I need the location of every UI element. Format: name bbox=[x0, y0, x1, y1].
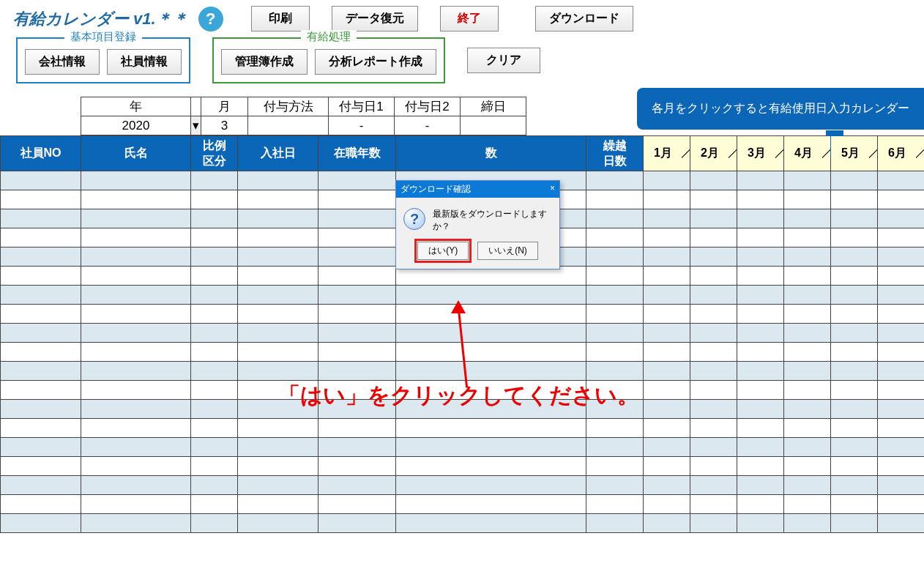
cell[interactable] bbox=[878, 209, 925, 228]
cell[interactable] bbox=[831, 381, 878, 400]
cell[interactable] bbox=[81, 343, 191, 362]
cell[interactable] bbox=[191, 209, 238, 228]
cell[interactable] bbox=[238, 305, 318, 324]
cell[interactable] bbox=[1, 343, 81, 362]
close-icon[interactable]: × bbox=[550, 183, 555, 196]
cell[interactable] bbox=[690, 457, 737, 476]
cell[interactable] bbox=[831, 419, 878, 438]
cell[interactable] bbox=[396, 419, 586, 438]
cell[interactable] bbox=[878, 228, 925, 247]
cell[interactable] bbox=[396, 495, 586, 514]
cell[interactable] bbox=[831, 209, 878, 228]
cell[interactable] bbox=[784, 400, 831, 419]
cell[interactable] bbox=[878, 362, 925, 381]
cell[interactable] bbox=[81, 400, 191, 419]
cell[interactable] bbox=[586, 190, 644, 209]
cell[interactable] bbox=[81, 171, 191, 190]
cell[interactable] bbox=[878, 286, 925, 305]
cell[interactable] bbox=[238, 190, 318, 209]
cell[interactable] bbox=[831, 514, 878, 533]
cell[interactable] bbox=[81, 247, 191, 267]
cell[interactable] bbox=[878, 514, 925, 533]
cell[interactable] bbox=[586, 171, 644, 190]
cell[interactable] bbox=[1, 305, 81, 324]
cell[interactable] bbox=[831, 228, 878, 247]
cell[interactable] bbox=[690, 438, 737, 457]
cell[interactable] bbox=[396, 514, 586, 533]
month-cell[interactable]: 3 bbox=[201, 116, 248, 135]
cell[interactable] bbox=[81, 305, 191, 324]
cell[interactable] bbox=[586, 514, 644, 533]
col-month-1[interactable]: 1月 bbox=[644, 136, 690, 171]
cell[interactable] bbox=[586, 305, 644, 324]
cell[interactable] bbox=[586, 286, 644, 305]
cell[interactable] bbox=[318, 209, 396, 228]
clear-button[interactable]: クリア bbox=[467, 48, 540, 73]
cell[interactable] bbox=[318, 476, 396, 495]
help-icon[interactable]: ? bbox=[198, 7, 223, 31]
cell[interactable] bbox=[878, 190, 925, 209]
cell[interactable] bbox=[81, 286, 191, 305]
cell[interactable] bbox=[690, 419, 737, 438]
cell[interactable] bbox=[737, 171, 784, 190]
cell[interactable] bbox=[191, 228, 238, 247]
cell[interactable] bbox=[644, 267, 690, 286]
cell[interactable] bbox=[784, 324, 831, 343]
cell[interactable] bbox=[878, 476, 925, 495]
cell[interactable] bbox=[784, 457, 831, 476]
cell[interactable] bbox=[238, 514, 318, 533]
cell[interactable] bbox=[586, 419, 644, 438]
dialog-yes-button[interactable]: はい(Y) bbox=[417, 242, 469, 260]
cell[interactable] bbox=[737, 286, 784, 305]
cell[interactable] bbox=[831, 324, 878, 343]
cell[interactable] bbox=[238, 286, 318, 305]
cell[interactable] bbox=[690, 209, 737, 228]
cell[interactable] bbox=[878, 419, 925, 438]
cell[interactable] bbox=[1, 476, 81, 495]
cell[interactable] bbox=[690, 362, 737, 381]
cell[interactable] bbox=[586, 209, 644, 228]
cell[interactable] bbox=[878, 495, 925, 514]
cell[interactable] bbox=[737, 514, 784, 533]
cell[interactable] bbox=[690, 267, 737, 286]
cell[interactable] bbox=[644, 247, 690, 267]
table-row[interactable] bbox=[1, 362, 925, 381]
cell[interactable] bbox=[690, 247, 737, 267]
cell[interactable] bbox=[318, 305, 396, 324]
cell[interactable] bbox=[81, 209, 191, 228]
cell[interactable] bbox=[831, 495, 878, 514]
cell[interactable] bbox=[191, 514, 238, 533]
cell[interactable] bbox=[831, 476, 878, 495]
cell[interactable] bbox=[191, 438, 238, 457]
cell[interactable] bbox=[191, 343, 238, 362]
cell[interactable] bbox=[784, 514, 831, 533]
cell[interactable] bbox=[878, 324, 925, 343]
cell[interactable] bbox=[784, 419, 831, 438]
cell[interactable] bbox=[318, 190, 396, 209]
cell[interactable] bbox=[784, 247, 831, 267]
cell[interactable] bbox=[586, 247, 644, 267]
cell[interactable] bbox=[784, 381, 831, 400]
cell[interactable] bbox=[396, 343, 586, 362]
cell[interactable] bbox=[1, 171, 81, 190]
cell[interactable] bbox=[238, 362, 318, 381]
cell[interactable] bbox=[644, 171, 690, 190]
cell[interactable] bbox=[191, 324, 238, 343]
cell[interactable] bbox=[318, 419, 396, 438]
cell[interactable] bbox=[1, 381, 81, 400]
download-button[interactable]: ダウンロード bbox=[535, 6, 633, 31]
cell[interactable] bbox=[191, 495, 238, 514]
cell[interactable] bbox=[318, 286, 396, 305]
cell[interactable] bbox=[396, 286, 586, 305]
cell[interactable] bbox=[318, 495, 396, 514]
cell[interactable] bbox=[784, 267, 831, 286]
cell[interactable] bbox=[191, 247, 238, 267]
table-row[interactable] bbox=[1, 419, 925, 438]
cell[interactable] bbox=[690, 381, 737, 400]
cell[interactable] bbox=[831, 247, 878, 267]
cell[interactable] bbox=[191, 476, 238, 495]
cell[interactable] bbox=[737, 247, 784, 267]
employee-info-button[interactable]: 社員情報 bbox=[107, 49, 182, 75]
cell[interactable] bbox=[831, 438, 878, 457]
cell[interactable] bbox=[1, 495, 81, 514]
